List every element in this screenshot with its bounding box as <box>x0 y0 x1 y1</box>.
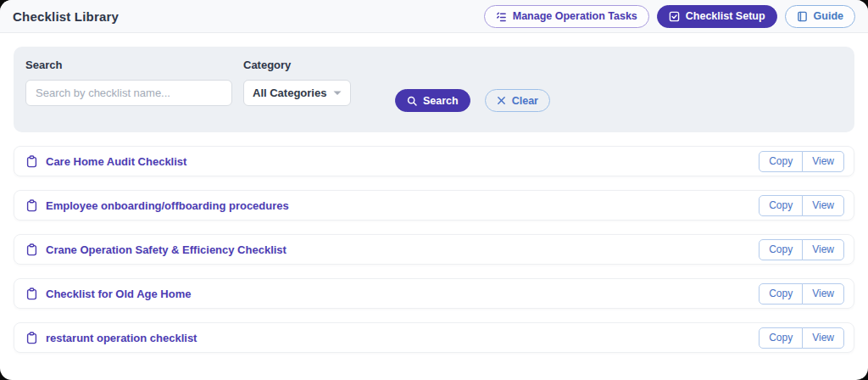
clear-button-label: Clear <box>512 95 538 107</box>
checklist-row: Care Home Audit Checklist Copy View <box>14 146 854 176</box>
checklist-list: Care Home Audit Checklist Copy View Empl… <box>14 146 854 353</box>
manage-operation-tasks-button[interactable]: Manage Operation Tasks <box>484 5 649 28</box>
checklist-row: Employee onboarding/offboarding procedur… <box>14 190 854 221</box>
search-input[interactable] <box>25 80 232 106</box>
row-actions: Copy View <box>759 195 844 216</box>
main-content: Search Category All Categories <box>0 33 868 366</box>
row-actions: Copy View <box>759 283 844 305</box>
row-actions: Copy View <box>759 151 844 172</box>
checkbox-icon <box>669 11 680 22</box>
search-filter-group: Search <box>25 59 232 106</box>
view-button[interactable]: View <box>802 327 844 349</box>
copy-button[interactable]: Copy <box>759 195 803 216</box>
checklist-title: Employee onboarding/offboarding procedur… <box>46 199 289 212</box>
header-actions: Manage Operation Tasks Checklist Setup G… <box>484 5 855 28</box>
x-icon <box>497 96 506 105</box>
checklist-title: Crane Operation Safety & Efficiency Chec… <box>46 243 287 256</box>
category-selected-value: All Categories <box>253 87 326 99</box>
view-button[interactable]: View <box>802 239 844 260</box>
copy-button[interactable]: Copy <box>759 151 803 172</box>
manage-operation-tasks-label: Manage Operation Tasks <box>513 10 637 22</box>
clear-button[interactable]: Clear <box>485 89 550 112</box>
checklist-row: Crane Operation Safety & Efficiency Chec… <box>14 234 854 265</box>
clipboard-icon <box>26 332 37 344</box>
category-filter-group: Category All Categories <box>243 59 351 106</box>
row-actions: Copy View <box>759 239 844 260</box>
category-select[interactable]: All Categories <box>243 80 351 106</box>
clipboard-icon <box>26 199 37 212</box>
search-icon <box>407 96 417 106</box>
checklist-title: Care Home Audit Checklist <box>46 155 186 168</box>
search-label: Search <box>25 59 232 71</box>
view-button[interactable]: View <box>802 151 844 172</box>
view-button[interactable]: View <box>802 283 844 305</box>
page-title: Checklist Library <box>13 9 119 24</box>
view-button[interactable]: View <box>802 195 844 216</box>
clipboard-icon <box>26 243 37 256</box>
clipboard-icon <box>26 155 37 168</box>
search-button-label: Search <box>423 95 459 107</box>
filter-panel: Search Category All Categories <box>14 47 854 132</box>
copy-button[interactable]: Copy <box>759 283 803 305</box>
filter-actions: Search Clear <box>395 89 550 112</box>
checklist-library-page: Checklist Library Manage Operation Tasks… <box>0 0 868 380</box>
chevron-down-icon <box>333 91 342 96</box>
checklist-title: restarunt operation checklist <box>46 332 197 344</box>
copy-button[interactable]: Copy <box>759 239 803 260</box>
tasks-icon <box>496 11 507 22</box>
page-header: Checklist Library Manage Operation Tasks… <box>0 0 868 33</box>
book-icon <box>797 11 808 22</box>
guide-label: Guide <box>814 10 843 22</box>
row-actions: Copy View <box>759 327 844 349</box>
clipboard-icon <box>26 288 37 300</box>
checklist-setup-button[interactable]: Checklist Setup <box>657 5 777 28</box>
category-label: Category <box>243 59 351 71</box>
checklist-setup-label: Checklist Setup <box>686 10 765 22</box>
checklist-row: restarunt operation checklist Copy View <box>14 322 854 353</box>
guide-button[interactable]: Guide <box>785 5 855 28</box>
copy-button[interactable]: Copy <box>759 327 803 349</box>
checklist-title: Checklist for Old Age Home <box>46 288 191 300</box>
search-button[interactable]: Search <box>395 89 470 112</box>
checklist-row: Checklist for Old Age Home Copy View <box>14 278 854 309</box>
